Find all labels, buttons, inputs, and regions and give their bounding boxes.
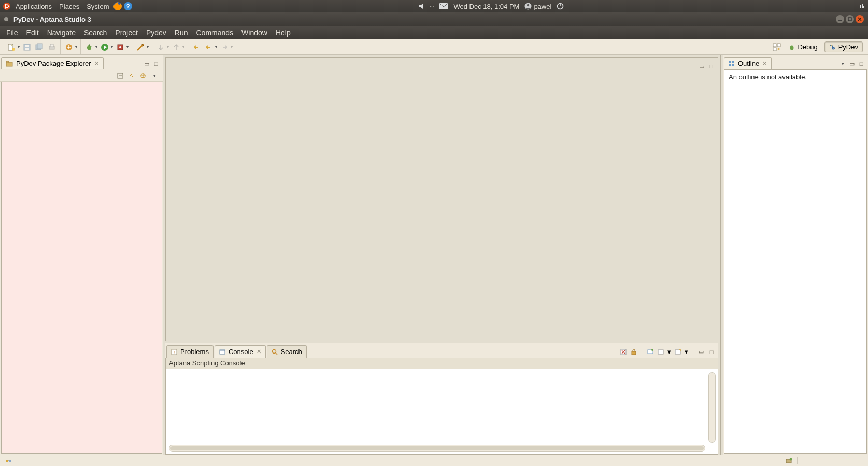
menu-window[interactable]: Window: [237, 29, 272, 37]
svg-point-10: [527, 4, 529, 6]
debug-button[interactable]: [84, 42, 94, 52]
svg-rect-44: [220, 350, 225, 354]
tab-problems[interactable]: ! Problems: [166, 345, 214, 358]
console-vertical-scrollbar[interactable]: [708, 372, 716, 443]
commands-button[interactable]: [135, 42, 146, 52]
gnome-menu-applications[interactable]: Applications: [12, 3, 55, 10]
close-tab-icon[interactable]: ✕: [94, 60, 99, 67]
collapse-all-icon[interactable]: [116, 72, 124, 80]
deploy-button[interactable]: [64, 42, 74, 52]
next-annotation-button[interactable]: [155, 42, 166, 52]
bottom-maximize-icon[interactable]: □: [708, 348, 715, 356]
close-tab-icon[interactable]: ✕: [762, 60, 767, 67]
menu-pydev[interactable]: Pydev: [142, 29, 170, 37]
console-body[interactable]: [165, 369, 718, 455]
commands-dropdown[interactable]: ▾: [147, 45, 149, 49]
editor-maximize-icon[interactable]: □: [707, 63, 715, 70]
display-console-dropdown[interactable]: ▾: [667, 348, 671, 356]
open-console-icon[interactable]: [674, 348, 681, 356]
svg-rect-14: [848, 18, 851, 21]
svg-point-62: [790, 458, 792, 460]
menu-help[interactable]: Help: [272, 29, 295, 37]
perspective-pydev[interactable]: PyDev: [824, 41, 863, 52]
clock[interactable]: Wed Dec 18, 1:04 PM: [453, 3, 519, 10]
firefox-icon[interactable]: [113, 2, 122, 11]
back-dropdown[interactable]: ▾: [215, 45, 217, 49]
external-tools-dropdown[interactable]: ▾: [126, 45, 129, 49]
outline-view-menu-icon[interactable]: ▾: [839, 60, 846, 67]
next-annotation-dropdown[interactable]: ▾: [167, 45, 169, 49]
run-button[interactable]: [99, 42, 110, 52]
open-console-dropdown[interactable]: ▾: [685, 348, 688, 356]
editor-minimize-icon[interactable]: ▭: [698, 63, 705, 70]
menu-commands[interactable]: Commands: [192, 29, 238, 37]
menu-project[interactable]: Project: [111, 29, 142, 37]
mail-icon[interactable]: [439, 3, 448, 9]
power-icon[interactable]: [557, 3, 564, 10]
tab-search[interactable]: Search: [267, 345, 307, 358]
menu-run[interactable]: Run: [170, 29, 192, 37]
focus-task-icon[interactable]: [139, 72, 147, 80]
user-menu[interactable]: pawel: [524, 3, 551, 10]
connection-icon[interactable]: [4, 457, 12, 465]
back-button[interactable]: [204, 42, 214, 52]
ide-toolbar: ▾ ▾ ▾ ▾ ▾ ▾ ▾ ▾ ▾ ▾ Debug PyDev: [0, 39, 868, 55]
ubuntu-logo-icon[interactable]: [2, 2, 11, 11]
right-column: Outline ✕ ▾ ▭ □ An outline is not availa…: [720, 55, 868, 455]
menu-search[interactable]: Search: [80, 29, 111, 37]
new-button[interactable]: [6, 42, 17, 52]
open-perspective-button[interactable]: [772, 43, 781, 52]
tab-console-label: Console: [229, 348, 253, 356]
run-dropdown[interactable]: ▾: [111, 45, 113, 49]
save-button[interactable]: [22, 42, 32, 52]
help-icon[interactable]: ?: [123, 2, 133, 11]
link-editor-icon[interactable]: [127, 72, 136, 80]
minimize-view-icon[interactable]: ▭: [143, 60, 150, 67]
outline-message: An outline is not available.: [729, 73, 807, 81]
tab-outline[interactable]: Outline ✕: [724, 57, 772, 69]
maximize-view-icon[interactable]: □: [152, 60, 160, 67]
outline-maximize-icon[interactable]: □: [858, 60, 865, 67]
deploy-dropdown[interactable]: ▾: [75, 45, 77, 49]
view-menu-icon[interactable]: ▾: [150, 72, 159, 80]
svg-rect-57: [732, 64, 734, 66]
editor-area[interactable]: ▭ □: [165, 57, 718, 341]
scroll-lock-icon[interactable]: [630, 348, 637, 356]
window-close-button[interactable]: [856, 15, 864, 23]
display-console-icon[interactable]: [657, 348, 664, 356]
pin-console-icon[interactable]: [647, 348, 654, 356]
save-all-button[interactable]: [34, 42, 45, 52]
new-dropdown[interactable]: ▾: [18, 45, 20, 49]
perspective-pydev-label: PyDev: [838, 43, 858, 51]
gnome-menu-places[interactable]: Places: [56, 3, 82, 10]
console-horizontal-scrollbar[interactable]: [169, 445, 705, 452]
console-header: Aptana Scripting Console: [165, 358, 718, 369]
menu-navigate[interactable]: Navigate: [43, 29, 80, 37]
debug-dropdown[interactable]: ▾: [95, 45, 97, 49]
prev-annotation-dropdown[interactable]: ▾: [182, 45, 184, 49]
outline-minimize-icon[interactable]: ▭: [848, 60, 856, 67]
menu-edit[interactable]: Edit: [22, 29, 43, 37]
perspective-debug[interactable]: Debug: [784, 41, 822, 52]
package-explorer-body[interactable]: [1, 82, 162, 454]
window-maximize-button[interactable]: [846, 15, 854, 23]
bottom-minimize-icon[interactable]: ▭: [698, 348, 705, 356]
menu-file[interactable]: File: [2, 29, 22, 37]
tab-console[interactable]: Console ✕: [215, 345, 266, 358]
last-edit-location-button[interactable]: [191, 42, 202, 52]
close-tab-icon[interactable]: ✕: [257, 348, 261, 355]
svg-rect-19: [25, 48, 29, 50]
external-tools-button[interactable]: [115, 42, 125, 52]
network-icon[interactable]: [859, 3, 866, 10]
window-minimize-button[interactable]: [836, 15, 844, 23]
print-button[interactable]: [47, 42, 57, 52]
tab-package-explorer[interactable]: PyDev Package Explorer ✕: [1, 57, 104, 69]
gnome-menu-system[interactable]: System: [83, 3, 112, 10]
prev-annotation-button[interactable]: [171, 42, 181, 52]
forward-dropdown[interactable]: ▾: [231, 45, 233, 49]
clear-console-icon[interactable]: [620, 348, 627, 356]
volume-icon[interactable]: ···: [419, 3, 434, 9]
status-updates-icon[interactable]: [785, 457, 793, 465]
bottom-panel: ! Problems Console ✕ Search: [165, 343, 718, 455]
forward-button[interactable]: [219, 42, 230, 52]
